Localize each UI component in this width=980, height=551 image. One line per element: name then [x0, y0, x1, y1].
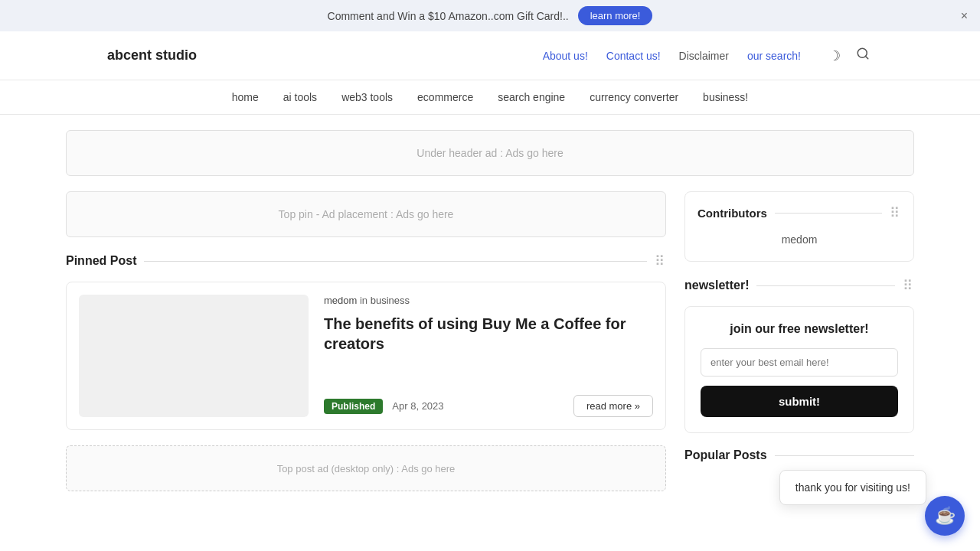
- banner-text: Comment and Win a $10 Amazon..com Gift C…: [328, 10, 569, 22]
- moon-icon: ☽: [828, 48, 841, 64]
- top-pin-ad: Top pin - Ad placement : Ads go here: [66, 191, 666, 237]
- nav-links: About us! Contact us! Disclaimer our sea…: [543, 50, 801, 62]
- contributors-header: Contributors ⠿: [697, 204, 901, 221]
- logo: abcent studio: [107, 47, 197, 64]
- sidebar: Contributors ⠿ medom newsletter! ⠿ join …: [684, 191, 914, 491]
- nav-ai-tools[interactable]: ai tools: [283, 91, 317, 103]
- nav-link-contact[interactable]: Contact us!: [606, 50, 661, 62]
- coffee-icon: ☕: [935, 506, 956, 507]
- post-category: business: [371, 295, 410, 306]
- banner-close-button[interactable]: ×: [961, 10, 968, 22]
- top-pin-ad-text: Top pin - Ad placement : Ads go here: [279, 208, 454, 220]
- contributors-title: Contributors: [697, 207, 767, 220]
- nav-item-search[interactable]: our search!: [747, 50, 801, 62]
- published-badge: Published: [324, 399, 383, 414]
- popular-posts-title: Popular Posts: [684, 448, 767, 462]
- nav-search-engine[interactable]: search engine: [498, 91, 565, 103]
- under-header-ad-text: Under header ad : Ads go here: [416, 147, 563, 159]
- search-button[interactable]: [853, 44, 873, 67]
- post-date: Apr 8, 2023: [392, 400, 443, 412]
- post-author: medom: [324, 295, 357, 306]
- top-banner: Comment and Win a $10 Amazon..com Gift C…: [0, 0, 980, 31]
- contributors-divider: [775, 213, 882, 214]
- contributors-dots-icon: ⠿: [890, 204, 901, 221]
- main-column: Top pin - Ad placement : Ads go here Pin…: [66, 191, 666, 491]
- newsletter-dots-icon: ⠿: [903, 277, 914, 294]
- section-divider: [144, 261, 647, 262]
- nav-item-disclaimer[interactable]: Disclaimer: [679, 50, 729, 62]
- post-in: in: [360, 295, 368, 306]
- pinned-post-card: medom in business The benefits of using …: [66, 282, 666, 430]
- newsletter-widget: join our free newsletter! submit!: [684, 306, 914, 433]
- nav-ecommerce[interactable]: ecommerce: [417, 91, 473, 103]
- newsletter-divider: [756, 285, 895, 286]
- popular-posts-header: Popular Posts: [684, 448, 914, 462]
- top-post-ad-text: Top post ad (desktop only) : Ads go here: [277, 463, 456, 474]
- nav-currency-converter[interactable]: currency converter: [590, 91, 678, 103]
- top-post-ad: Top post ad (desktop only) : Ads go here: [66, 445, 666, 491]
- pinned-post-section-header: Pinned Post ⠿: [66, 253, 666, 269]
- nav-link-disclaimer[interactable]: Disclaimer: [679, 50, 729, 62]
- buy-me-coffee-button[interactable]: ☕: [925, 496, 965, 507]
- main-nav: About us! Contact us! Disclaimer our sea…: [543, 50, 801, 62]
- post-footer: Published Apr 8, 2023 read more »: [324, 395, 653, 417]
- post-meta: medom in business: [324, 295, 653, 306]
- newsletter-section-title: newsletter!: [684, 279, 749, 292]
- toast-message: thank you for visiting us!: [779, 470, 926, 505]
- popular-posts-divider: [775, 455, 914, 456]
- newsletter-submit-button[interactable]: submit!: [701, 386, 898, 417]
- post-title: The benefits of using Buy Me a Coffee fo…: [324, 314, 653, 354]
- theme-toggle-button[interactable]: ☽: [825, 44, 844, 67]
- newsletter-email-input[interactable]: [701, 348, 898, 377]
- contributor-name: medom: [697, 230, 901, 249]
- nav-link-about[interactable]: About us!: [543, 50, 588, 62]
- learn-more-button[interactable]: learn more!: [578, 6, 653, 25]
- post-content: medom in business The benefits of using …: [324, 295, 653, 417]
- svg-line-1: [865, 56, 867, 58]
- contributors-widget: Contributors ⠿ medom: [684, 191, 914, 262]
- nav-item-contact[interactable]: Contact us!: [606, 50, 661, 62]
- two-col-layout: Top pin - Ad placement : Ads go here Pin…: [66, 191, 914, 491]
- dots-icon: ⠿: [655, 253, 666, 269]
- read-more-button[interactable]: read more »: [573, 395, 653, 417]
- under-header-ad: Under header ad : Ads go here: [66, 130, 914, 176]
- toast-text: thank you for visiting us!: [795, 481, 910, 494]
- nav-web3-tools[interactable]: web3 tools: [341, 91, 393, 103]
- newsletter-section-header: newsletter! ⠿: [684, 277, 914, 294]
- nav-item-about[interactable]: About us!: [543, 50, 588, 62]
- post-image: [79, 295, 309, 417]
- header: abcent studio About us! Contact us! Disc…: [0, 31, 980, 80]
- header-icons: ☽: [825, 44, 873, 67]
- newsletter-title: join our free newsletter!: [701, 322, 898, 336]
- search-icon: [856, 48, 870, 64]
- secondary-nav: home ai tools web3 tools ecommerce searc…: [0, 80, 980, 115]
- nav-link-search[interactable]: our search!: [747, 50, 801, 62]
- page-container: Under header ad : Ads go here Top pin - …: [54, 115, 926, 507]
- pinned-post-title: Pinned Post: [66, 254, 136, 268]
- nav-home[interactable]: home: [232, 91, 259, 103]
- nav-business[interactable]: business!: [703, 91, 748, 103]
